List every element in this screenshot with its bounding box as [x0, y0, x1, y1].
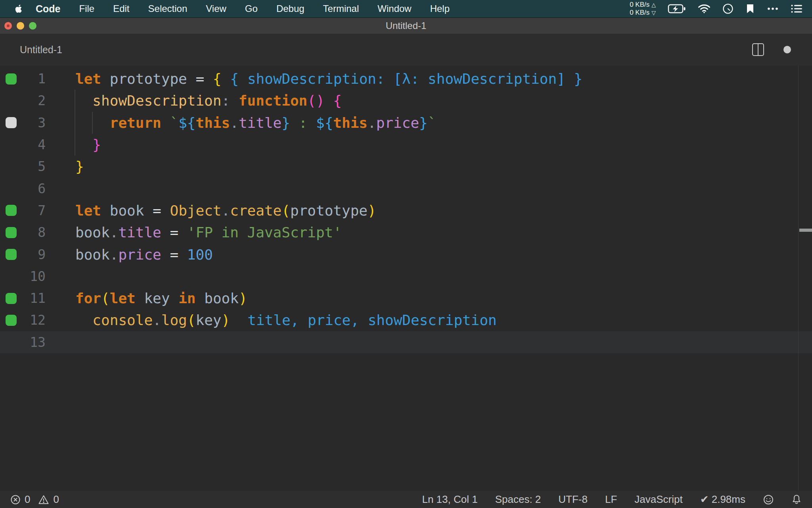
unsaved-changes-dot[interactable] [783, 46, 791, 54]
token: . [110, 224, 119, 241]
menu-edit[interactable]: Edit [113, 3, 129, 14]
token [187, 71, 196, 87]
token: price [118, 246, 161, 263]
coverage-marker-green [6, 249, 17, 260]
token: key [144, 290, 170, 306]
overview-ruler-marker[interactable] [799, 229, 812, 232]
code-line-10[interactable]: 10 [0, 266, 812, 287]
warning-count: 0 [53, 493, 59, 506]
zoom-button[interactable] [29, 22, 36, 30]
token: 'FP in JavaScript' [187, 224, 342, 241]
encoding-indicator[interactable]: UTF-8 [558, 493, 588, 506]
quokka-runtime[interactable]: ✔ 2.98ms [700, 493, 745, 506]
clock-icon[interactable] [722, 3, 733, 14]
network-speed-indicator[interactable]: 0 KB/s△ 0 KB/s▽ [630, 1, 656, 17]
net-down-label: 0 KB/s [630, 9, 649, 16]
close-button[interactable] [4, 22, 12, 30]
menu-help[interactable]: Help [430, 3, 450, 14]
battery-charging-icon[interactable] [668, 4, 686, 14]
language-indicator[interactable]: JavaScript [634, 493, 682, 506]
menu-code[interactable]: Code [36, 3, 61, 15]
token: log [161, 312, 187, 328]
menu-go[interactable]: Go [245, 3, 258, 14]
token: ${ [316, 115, 333, 131]
token: { [333, 92, 342, 109]
coverage-marker-empty [6, 95, 17, 106]
code-line-4[interactable]: 4 } [0, 134, 812, 156]
editor[interactable]: 1let prototype = {{ showDescription: [λ:… [0, 65, 812, 491]
code-line-13[interactable]: 13 [0, 331, 812, 353]
token: price [376, 115, 419, 131]
token [161, 115, 170, 131]
code-line-5[interactable]: 5} [0, 156, 812, 177]
token: . [368, 115, 376, 131]
list-icon[interactable] [791, 4, 802, 13]
code-line-7[interactable]: 7let book = Object.create(prototype) [0, 200, 812, 221]
error-count: 0 [25, 493, 30, 506]
code-text: } [46, 158, 84, 175]
menu-selection[interactable]: Selection [148, 3, 188, 14]
code-line-11[interactable]: 11for(let key in book) [0, 287, 812, 309]
feedback-smiley-icon[interactable] [763, 494, 774, 505]
problems-indicator[interactable]: 0 0 [10, 493, 63, 506]
token: book [204, 290, 239, 306]
code-text: book.title = 'FP in JavaScript' [46, 224, 342, 241]
menu-file[interactable]: File [79, 3, 95, 14]
flag-icon[interactable] [745, 4, 755, 14]
tab-untitled-1[interactable]: Untitled-1 [20, 44, 62, 56]
code-text: book.price = 100 [46, 246, 213, 263]
coverage-marker-empty [6, 139, 17, 150]
menu-terminal[interactable]: Terminal [323, 3, 359, 14]
coverage-marker-green [6, 293, 17, 304]
code-text: } [46, 137, 101, 153]
eol-indicator[interactable]: LF [605, 493, 617, 506]
token: : [221, 92, 230, 109]
code-text: showDescription: function() { [46, 92, 342, 109]
code-line-12[interactable]: 12 console.log(key)title, price, showDes… [0, 309, 812, 331]
token: for [75, 290, 101, 306]
token [75, 312, 92, 328]
code-line-6[interactable]: 6 [0, 177, 812, 199]
code-line-9[interactable]: 9book.price = 100 [0, 243, 812, 265]
apple-menu[interactable] [15, 4, 24, 14]
code-text: console.log(key)title, price, showDescri… [46, 312, 497, 328]
token [161, 224, 170, 241]
wifi-icon[interactable] [698, 4, 710, 13]
coverage-marker-empty [6, 183, 17, 194]
token: create [230, 202, 282, 219]
code-line-2[interactable]: 2 showDescription: function() { [0, 90, 812, 112]
token: book [110, 202, 144, 219]
token [161, 246, 170, 263]
code-line-1[interactable]: 1let prototype = {{ showDescription: [λ:… [0, 68, 812, 90]
menu-window[interactable]: Window [377, 3, 411, 14]
menubar-tray: 0 KB/s△ 0 KB/s▽ [630, 1, 802, 17]
token [196, 290, 205, 306]
triangle-down-icon: ▽ [651, 10, 656, 16]
split-editor-icon[interactable] [752, 43, 764, 56]
token [325, 92, 333, 109]
code-text: let prototype = {{ showDescription: [λ: … [46, 71, 582, 87]
ellipsis-icon[interactable] [767, 7, 779, 11]
status-bar: 0 0 Ln 13, Col 1Spaces: 2UTF-8LFJavaScri… [0, 491, 812, 508]
token: ) [368, 202, 376, 219]
warning-icon [38, 495, 49, 505]
token: console [92, 312, 153, 328]
token [136, 290, 144, 306]
tab-bar: Untitled-1 [0, 34, 812, 65]
code-line-3[interactable]: 3 return `${this.title} : ${this.price}` [0, 112, 812, 134]
token [170, 290, 178, 306]
menu-debug[interactable]: Debug [276, 3, 304, 14]
window-titlebar[interactable]: Untitled-1 [0, 17, 812, 34]
token: key [195, 312, 221, 328]
traffic-lights [4, 22, 36, 30]
scrollbar-divider [798, 65, 799, 491]
notifications-bell-icon[interactable] [791, 494, 802, 505]
code-text: for(let key in book) [46, 290, 247, 306]
code-line-8[interactable]: 8book.title = 'FP in JavaScript' [0, 221, 812, 243]
cursor-position[interactable]: Ln 13, Col 1 [422, 493, 477, 506]
minimize-button[interactable] [17, 22, 24, 30]
indent-setting[interactable]: Spaces: 2 [495, 493, 541, 506]
menu-view[interactable]: View [206, 3, 226, 14]
token: = [153, 202, 161, 219]
token: this [195, 115, 230, 131]
